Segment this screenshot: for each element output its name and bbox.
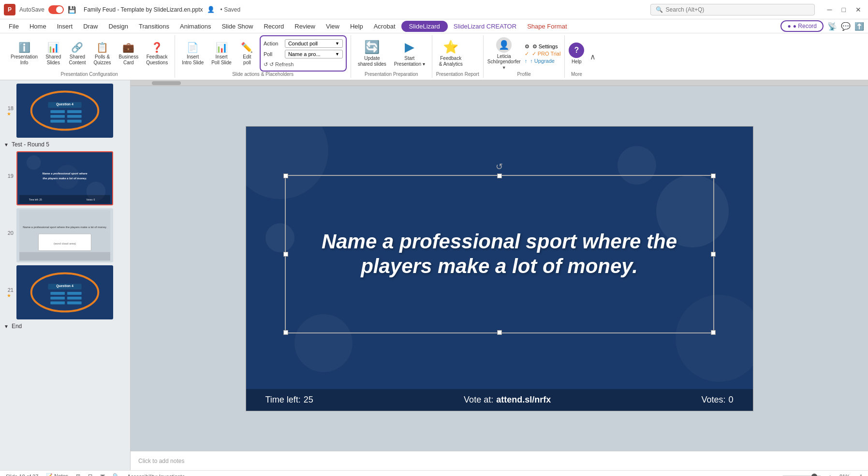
resize-handle-mr[interactable]	[711, 252, 716, 257]
resize-handle-tr[interactable]	[711, 173, 716, 178]
menu-record[interactable]: Record	[259, 21, 289, 32]
feedback-questions-button[interactable]: ❓ FeedbackQuestions	[143, 40, 171, 68]
slide-thumbnail[interactable]: Name a professional sport where the play…	[16, 208, 113, 262]
resize-handle-ml[interactable]	[283, 252, 288, 257]
menu-help[interactable]: Help	[345, 21, 368, 32]
shared-content-button[interactable]: 🔗 SharedContent	[66, 40, 88, 68]
play-icon: ▶	[405, 40, 414, 55]
votes-value: 0	[728, 395, 733, 405]
help-icon: ?	[569, 43, 584, 58]
close-button[interactable]: ✕	[853, 5, 864, 14]
edit-poll-button[interactable]: ✏️ Editpoll	[236, 40, 258, 68]
search-input[interactable]	[666, 6, 809, 13]
autosave-label: AutoSave	[19, 6, 44, 13]
menu-slideshow[interactable]: Slide Show	[217, 21, 258, 32]
record-button[interactable]: ● ● Record	[780, 20, 824, 32]
menu-animations[interactable]: Animations	[175, 21, 216, 32]
menu-shape-format[interactable]: Shape Format	[522, 21, 572, 32]
vote-at-item: Vote at: attend.sl/nrfx	[464, 395, 551, 405]
settings-button[interactable]: ⚙ ⚙ Settings	[525, 43, 561, 50]
slide-footer: Time left: 25 Vote at: attend.sl/nrfx Vo…	[246, 389, 753, 411]
upgrade-icon: ↑	[525, 58, 528, 64]
autosave-toggle[interactable]	[48, 5, 64, 14]
shared-slides-button[interactable]: 📊 SharedSlides	[43, 40, 64, 68]
title-bar: P AutoSave 💾 Family Feud - Template by S…	[0, 0, 868, 19]
svg-text:Name a professional sport wher: Name a professional sport where the play…	[23, 226, 107, 229]
section-header-end[interactable]: ▼ End	[0, 321, 130, 332]
poll-dropdown[interactable]: Name a pro... ▼	[285, 50, 343, 58]
refresh-icon: ↺	[264, 61, 268, 68]
refresh-button[interactable]: ↺ ↺ Refresh	[264, 61, 343, 68]
maximize-button[interactable]: □	[839, 5, 849, 14]
slide-thumb-content: Question 4	[17, 266, 112, 318]
text-selection-box[interactable]: ↺ Name a professional sport where the pl…	[285, 175, 714, 333]
presentation-prep-group: 🔄 Updateshared slides ▶ StartPresentatio…	[351, 35, 432, 78]
help-button[interactable]: ? Help	[569, 43, 584, 64]
menu-view[interactable]: View	[321, 21, 344, 32]
vote-at-label: Vote at:	[464, 395, 493, 405]
view-normal-icon[interactable]: ⊞	[76, 473, 80, 476]
fit-to-window-button[interactable]: ⤢	[858, 473, 862, 476]
zoom-out-button[interactable]: −	[771, 474, 774, 476]
zoom-in-button[interactable]: +	[829, 474, 832, 476]
accessibility-text: Accessibility: Investigate	[127, 474, 185, 476]
view-slide-sorter-icon[interactable]: ⊟	[88, 473, 92, 476]
section-title: Test - Round 5	[12, 141, 49, 148]
menu-transitions[interactable]: Transitions	[134, 21, 174, 32]
vote-url: attend.sl/nrfx	[496, 395, 551, 405]
time-left-item: Time left: 25	[265, 395, 313, 405]
update-shared-slides-button[interactable]: 🔄 Updateshared slides	[355, 38, 389, 69]
notes-icon[interactable]: 📝 Notes	[46, 473, 68, 476]
insert-poll-slide-button[interactable]: 📊 InsertPoll Slide	[208, 40, 235, 68]
list-item[interactable]: 20 Name a professional sport where the p…	[0, 207, 130, 264]
menu-file[interactable]: File	[4, 21, 24, 32]
svg-rect-7	[67, 115, 82, 118]
section-header[interactable]: ▼ Test - Round 5	[0, 139, 130, 150]
insert-poll-icon: 📊	[216, 42, 228, 53]
action-dropdown[interactable]: Conduct poll ▼	[285, 39, 343, 48]
menu-draw[interactable]: Draw	[78, 21, 103, 32]
presentation-info-button[interactable]: ℹ️ PresentationInfo	[8, 40, 41, 68]
business-card-button[interactable]: 💼 BusinessCard	[116, 40, 142, 68]
start-presentation-button[interactable]: ▶ StartPresentation ▾	[391, 38, 428, 69]
votes-item: Votes: 0	[701, 395, 733, 405]
resize-handle-bc[interactable]	[497, 330, 502, 335]
slide-thumbnail[interactable]: Question 4	[16, 265, 113, 319]
resize-handle-tl[interactable]	[283, 173, 288, 178]
horizontal-scrollbar[interactable]	[131, 80, 868, 86]
slide-thumbnail[interactable]: Name a professional sport where the play…	[16, 151, 113, 205]
resize-handle-tc[interactable]	[497, 173, 502, 178]
profile-avatar-group[interactable]: 👤 LeticiaSchörgendorfer ▼	[487, 37, 521, 70]
resize-handle-bl[interactable]	[283, 330, 288, 335]
slide-thumb-content: Question 4	[17, 85, 112, 137]
broadcast-icon[interactable]: 📡	[827, 22, 837, 31]
menu-acrobat[interactable]: Acrobat	[369, 21, 400, 32]
list-item[interactable]: 19 Name a professional sport where the p…	[0, 150, 130, 207]
comment-icon[interactable]: 💬	[841, 22, 851, 31]
menu-design[interactable]: Design	[104, 21, 133, 32]
menu-insert[interactable]: Insert	[52, 21, 78, 32]
slide-thumbnail[interactable]: Question 4	[16, 84, 113, 138]
menu-slidelizard-creator[interactable]: SlideLizard CREATOR	[449, 21, 521, 32]
menu-home[interactable]: Home	[25, 21, 51, 32]
minimize-button[interactable]: ─	[824, 5, 835, 14]
upgrade-button[interactable]: ↑ ↑ Upgrade	[525, 58, 561, 64]
rotate-handle[interactable]: ↺	[496, 161, 503, 172]
view-reading-icon[interactable]: ▣	[100, 473, 105, 476]
h-scrollbar-thumb	[152, 81, 181, 85]
ribbon-collapse-icon[interactable]: ∧	[590, 52, 596, 61]
list-item[interactable]: 21 ★ Question 4	[0, 264, 130, 321]
menu-slidelizard[interactable]: SlideLizard	[401, 21, 448, 32]
share-ribbon-icon[interactable]: ⬆️	[854, 22, 864, 31]
polls-quizzes-button[interactable]: 📋 Polls &Quizzes	[90, 40, 114, 68]
pro-trial-button[interactable]: ✓ ✓ PRO Trial	[525, 51, 561, 57]
resize-handle-br[interactable]	[711, 330, 716, 335]
notes-area[interactable]: Click to add notes	[131, 451, 868, 470]
ribbon: File Home Insert Draw Design Transitions…	[0, 19, 868, 80]
menu-review[interactable]: Review	[290, 21, 320, 32]
search-box[interactable]: 🔍	[650, 4, 815, 15]
menu-bar: File Home Insert Draw Design Transitions…	[0, 19, 868, 33]
insert-intro-slide-button[interactable]: 📄 InsertIntro Slide	[179, 40, 206, 68]
list-item[interactable]: 18 ★ Question 4	[0, 82, 130, 139]
feedback-analytics-button[interactable]: ⭐ Feedback& Analytics	[436, 38, 466, 69]
